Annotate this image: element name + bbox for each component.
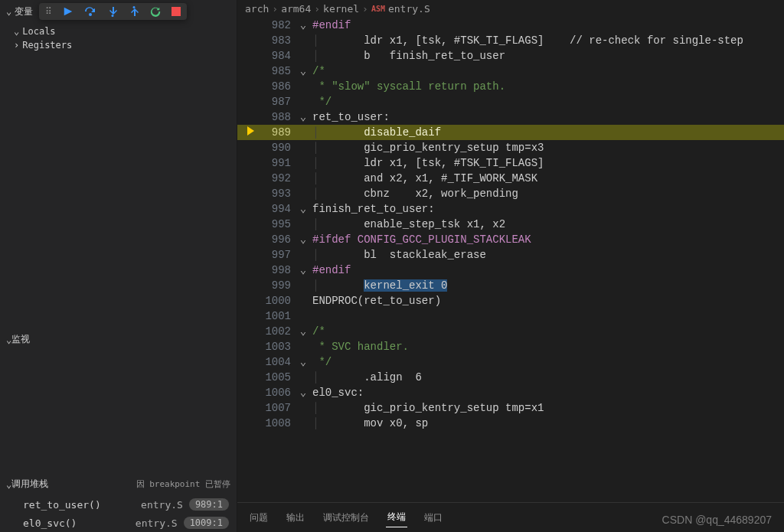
line-number: 1002 [260,324,297,339]
code-text: /* [309,64,784,79]
frame-function: el0_svc() [23,517,77,529]
code-text: #endif [309,263,784,278]
code-line[interactable]: 1004⌄ */ [237,354,784,370]
code-line[interactable]: 1003 * SVC handler. [237,339,784,354]
code-text: │ ldr x1, [tsk, #TSK_TI_FLAGS] // re-che… [309,33,784,48]
code-line[interactable]: 983│ ldr x1, [tsk, #TSK_TI_FLAGS] // re-… [237,33,784,48]
callstack-frame[interactable]: ret_to_user() entry.S 989:1 [0,495,237,514]
code-line[interactable]: 1002⌄/* [237,324,784,339]
breadcrumb-segment[interactable]: arch [245,3,269,15]
watch-label: 监视 [11,333,30,346]
line-number: 992 [260,171,297,186]
code-text: │ kernel_exit 0 [309,278,784,293]
continue-icon[interactable] [63,6,74,17]
code-text: * "slow" syscall return path. [309,79,784,94]
chevron-down-icon: ⌄ [6,6,11,17]
code-line[interactable]: 992│ and x2, x1, #_TIF_WORK_MASK [237,171,784,186]
line-number: 1003 [260,339,297,354]
execution-pointer-icon [247,126,254,135]
drag-handle-icon[interactable]: ⠿ [45,6,52,17]
restart-icon[interactable] [150,6,161,17]
debug-sidebar: ⌄ 变量 ⠿ ⌄ Locals › Registers [0,0,237,532]
fold-toggle[interactable]: ⌄ [297,64,309,79]
breadcrumb-segment[interactable]: arm64 [281,3,311,15]
code-line[interactable]: 993│ cbnz x2, work_pending [237,186,784,201]
line-number: 996 [260,232,297,247]
code-line[interactable]: 996⌄#ifdef CONFIG_GCC_PLUGIN_STACKLEAK [237,232,784,247]
chevron-right-icon: › [314,3,320,15]
code-line[interactable]: 1008│ mov x0, sp [237,416,784,431]
code-line[interactable]: 1007│ gic_prio_kentry_setup tmp=x1 [237,400,784,416]
step-out-icon[interactable] [129,6,139,17]
watch-panel-header[interactable]: ⌄ 监视 [0,328,237,351]
code-line[interactable]: 990│ gic_prio_kentry_setup tmp=x3 [237,140,784,155]
code-line[interactable]: 986 * "slow" syscall return path. [237,79,784,94]
code-line[interactable]: 982⌄#endif [237,18,784,33]
code-line[interactable]: 1006⌄el0_svc: [237,385,784,400]
code-line[interactable]: 994⌄finish_ret_to_user: [237,201,784,217]
callstack-frame[interactable]: el0_svc() entry.S 1009:1 [0,514,237,532]
fold-toggle[interactable]: ⌄ [297,263,309,278]
step-over-icon[interactable] [84,6,96,17]
line-number: 993 [260,186,297,201]
code-line[interactable]: 988⌄ret_to_user: [237,109,784,125]
code-text: │ bl stackleak_erase [309,247,784,263]
code-text: │ gic_prio_kentry_setup tmp=x3 [309,140,784,155]
registers-label: Registers [22,40,72,51]
step-into-icon[interactable] [107,6,118,17]
breadcrumb-file[interactable]: entry.S [388,3,430,15]
callstack-panel-header[interactable]: ⌄ 调用堆栈 因 breakpoint 已暂停 [0,473,237,495]
code-line[interactable]: 987 */ [237,94,784,109]
chevron-right-icon: › [272,3,278,15]
code-line[interactable]: 984│ b finish_ret_to_user [237,48,784,64]
registers-row[interactable]: › Registers [14,38,237,52]
watch-panel-body [0,351,237,473]
variables-panel-header[interactable]: ⌄ 变量 ⠿ [0,0,237,23]
fold-toggle[interactable]: ⌄ [297,385,309,400]
code-line[interactable]: 985⌄/* [237,64,784,79]
code-text: │ cbnz x2, work_pending [309,186,784,201]
code-line[interactable]: 1001 [237,308,784,324]
code-line[interactable]: 989│ disable_daif [237,125,784,140]
tab-terminal[interactable]: 终端 [386,508,407,527]
tab-output[interactable]: 输出 [285,508,306,527]
breadcrumb[interactable]: arch › arm64 › kernel › ASM entry.S [237,0,784,18]
code-line[interactable]: 995│ enable_step_tsk x1, x2 [237,217,784,232]
tab-ports[interactable]: 端口 [423,508,444,527]
code-text: ENDPROC(ret_to_user) [309,293,784,308]
code-text: │ and x2, x1, #_TIF_WORK_MASK [309,171,784,186]
fold-toggle[interactable]: ⌄ [297,201,309,217]
svg-point-2 [133,6,136,8]
gutter[interactable] [237,125,260,140]
fold-toggle[interactable]: ⌄ [297,232,309,247]
chevron-right-icon: › [14,40,19,51]
stop-icon[interactable] [172,7,181,16]
locals-row[interactable]: ⌄ Locals [14,24,237,38]
line-number: 1004 [260,354,297,370]
frame-file: entry.S [136,517,178,529]
code-line[interactable]: 997│ bl stackleak_erase [237,247,784,263]
asm-file-icon: ASM [371,5,385,13]
line-number: 989 [260,125,297,140]
callstack-status: 因 breakpoint 已暂停 [136,478,230,490]
code-text: │ gic_prio_kentry_setup tmp=x1 [309,400,784,416]
code-line[interactable]: 1005│ .align 6 [237,370,784,385]
line-number: 995 [260,217,297,232]
fold-toggle[interactable]: ⌄ [297,324,309,339]
line-number: 1006 [260,385,297,400]
code-text: #endif [309,18,784,33]
code-text: │ b finish_ret_to_user [309,48,784,64]
fold-toggle[interactable]: ⌄ [297,18,309,33]
code-text: │ .align 6 [309,370,784,385]
breadcrumb-segment[interactable]: kernel [323,3,359,15]
code-line[interactable]: 991│ ldr x1, [tsk, #TSK_TI_FLAGS] [237,155,784,171]
tab-debug-console[interactable]: 调试控制台 [322,508,371,527]
tab-problems[interactable]: 问题 [248,508,270,527]
fold-toggle[interactable]: ⌄ [297,109,309,125]
code-line[interactable]: 999│ kernel_exit 0 [237,278,784,293]
fold-toggle[interactable]: ⌄ [297,354,309,370]
code-line[interactable]: 998⌄#endif [237,263,784,278]
code-editor[interactable]: 982⌄#endif983│ ldr x1, [tsk, #TSK_TI_FLA… [237,18,784,502]
code-line[interactable]: 1000ENDPROC(ret_to_user) [237,293,784,308]
code-text: ret_to_user: [309,109,784,125]
